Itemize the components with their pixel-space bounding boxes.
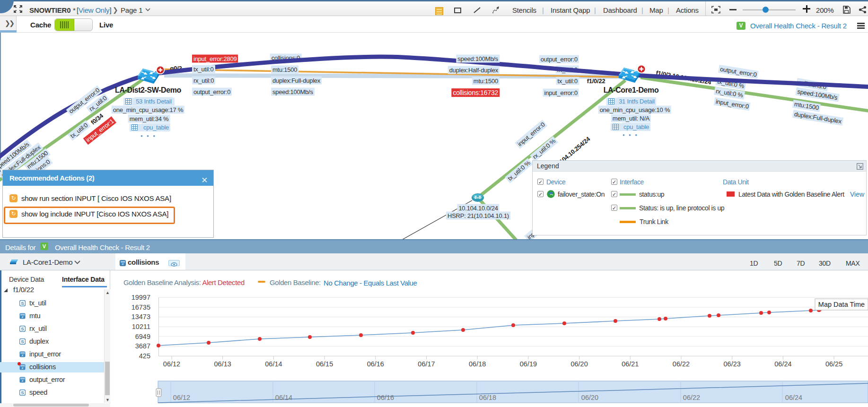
svg-text:S: S xyxy=(21,326,24,331)
svg-text:06/25: 06/25 xyxy=(825,360,842,368)
svg-text:06/14: 06/14 xyxy=(275,394,292,401)
svg-text:06/18: 06/18 xyxy=(469,360,486,368)
svg-text:06/16: 06/16 xyxy=(377,394,394,401)
svg-text:Map Data Time: Map Data Time xyxy=(818,301,865,308)
svg-text:06/13: 06/13 xyxy=(214,360,231,368)
svg-text:06/22: 06/22 xyxy=(673,360,690,368)
svg-text:425: 425 xyxy=(139,352,150,360)
svg-text:06/24: 06/24 xyxy=(774,360,791,368)
svg-text:06/20: 06/20 xyxy=(570,360,587,368)
svg-text:06/15: 06/15 xyxy=(316,360,333,368)
svg-text:16735: 16735 xyxy=(132,303,150,311)
svg-text:06/14: 06/14 xyxy=(265,360,282,368)
svg-text:S: S xyxy=(21,339,24,344)
svg-text:06/21: 06/21 xyxy=(622,360,639,368)
svg-text:13473: 13473 xyxy=(132,313,150,320)
svg-text:06/16: 06/16 xyxy=(367,360,384,368)
svg-text:06/22: 06/22 xyxy=(683,394,700,401)
svg-text:10211: 10211 xyxy=(132,323,150,330)
svg-text:06/19: 06/19 xyxy=(520,360,537,368)
svg-text:06/23: 06/23 xyxy=(724,360,741,368)
svg-text:19997: 19997 xyxy=(132,294,150,301)
svg-text:06/17: 06/17 xyxy=(418,360,435,368)
svg-text:06/12: 06/12 xyxy=(163,360,180,368)
svg-text:06/20: 06/20 xyxy=(581,394,598,401)
svg-text:S: S xyxy=(21,390,24,395)
svg-text:06/24: 06/24 xyxy=(785,394,802,401)
svg-text:06/18: 06/18 xyxy=(479,394,496,401)
svg-text:06/12: 06/12 xyxy=(173,394,190,401)
svg-text:S: S xyxy=(21,301,24,306)
svg-text:6949: 6949 xyxy=(135,333,150,340)
svg-text:3687: 3687 xyxy=(135,342,150,350)
